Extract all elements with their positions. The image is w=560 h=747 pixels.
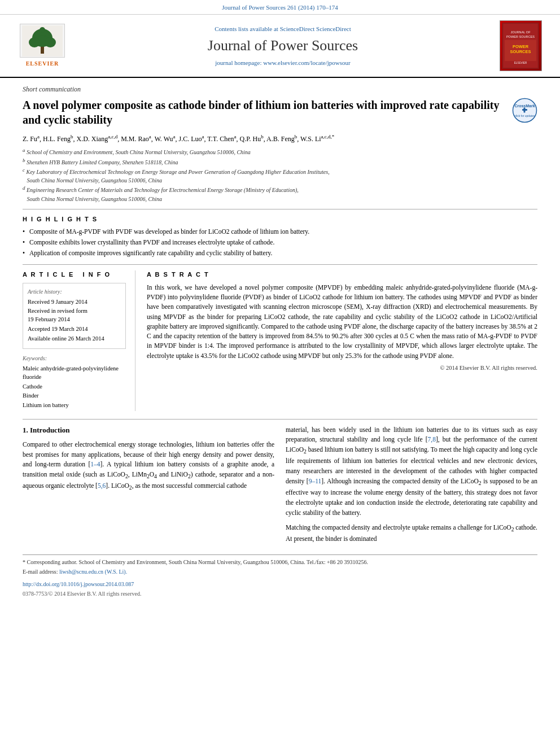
- divider-1: [23, 209, 537, 209]
- main-content: Short communication A novel polymer comp…: [0, 78, 560, 604]
- journal-cover-image: JOURNAL OF POWER SOURCES POWER SOURCES E…: [492, 20, 549, 71]
- intro-right-col: material, has been widely used in the li…: [286, 425, 537, 549]
- abstract-column: A B S T R A C T In this work, we have de…: [147, 270, 537, 410]
- intro-left-col: 1. Introduction Compared to other electr…: [23, 425, 274, 549]
- doi-link[interactable]: http://dx.doi.org/10.1016/j.jpowsour.201…: [23, 580, 537, 588]
- article-type: Short communication: [23, 85, 537, 94]
- highlight-3: Application of composite improves signif…: [23, 248, 537, 257]
- affiliation-a: a School of Chemistry and Environment, S…: [23, 147, 537, 156]
- svg-text:POWER SOURCES: POWER SOURCES: [506, 35, 535, 38]
- received-date: Received 9 January 2014: [28, 298, 121, 307]
- footnote-email: E-mail address: liwsh@scnu.edu.cn (W.S. …: [23, 568, 537, 576]
- elsevier-logo-section: ELSEVIER: [11, 24, 73, 68]
- svg-rect-17: [524, 108, 526, 113]
- divider-2: [23, 264, 537, 265]
- journal-reference: Journal of Power Sources 261 (2014) 170–…: [222, 4, 338, 11]
- svg-text:JOURNAL OF: JOURNAL OF: [510, 30, 531, 34]
- abstract-label: A B S T R A C T: [147, 270, 537, 279]
- affiliation-b: b Shenzhen HYB Battery Limited Company, …: [23, 157, 537, 167]
- revised-date: Received in revised form19 February 2014: [28, 307, 121, 324]
- info-abstract-section: A R T I C L E I N F O Article history: R…: [23, 270, 537, 410]
- svg-point-5: [40, 27, 45, 33]
- keyword-1: Maleic anhydride-grated-polyvinylidene f…: [23, 365, 126, 381]
- footnote-corresponding: * Corresponding author. School of Chemis…: [23, 558, 537, 566]
- article-title: A novel polymer composite as cathode bin…: [23, 98, 506, 127]
- svg-text:ELSEVIER: ELSEVIER: [514, 62, 527, 64]
- footnote-section: * Corresponding author. School of Chemis…: [23, 554, 537, 598]
- article-title-section: A novel polymer composite as cathode bin…: [23, 98, 537, 127]
- sciencedirect-brand[interactable]: ScienceDirect: [316, 25, 351, 32]
- article-history-box: Article history: Received 9 January 2014…: [23, 283, 126, 349]
- homepage-url[interactable]: www.elsevier.com/locate/jpowsour: [263, 59, 350, 66]
- abstract-copyright: © 2014 Elsevier B.V. All rights reserved…: [147, 364, 537, 373]
- affiliation-c: c Key Laboratory of Electrochemical Tech…: [23, 167, 537, 185]
- crossmark-badge[interactable]: CrossMark click for updates: [512, 98, 537, 123]
- keyword-4: Lithium ion battery: [23, 401, 126, 410]
- svg-text:SOURCES: SOURCES: [510, 49, 531, 54]
- abstract-text: In this work, we have developed a novel …: [147, 283, 537, 361]
- highlight-2: Composite exhibits lower crystallinity t…: [23, 238, 537, 247]
- email-link[interactable]: liwsh@scnu.edu.cn (W.S. Li).: [59, 569, 127, 575]
- intro-heading: 1. Introduction: [23, 425, 274, 435]
- elsevier-label: ELSEVIER: [26, 60, 59, 68]
- intro-para-2: material, has been widely used in the li…: [286, 425, 537, 518]
- svg-text:CrossMark: CrossMark: [514, 104, 535, 108]
- article-info-column: A R T I C L E I N F O Article history: R…: [23, 270, 135, 410]
- highlights-section: H I G H L I G H T S Composite of MA-g-PV…: [23, 215, 537, 258]
- introduction-section: 1. Introduction Compared to other electr…: [23, 425, 537, 549]
- affiliation-d: d Engineering Research Center of Materia…: [23, 185, 537, 203]
- article-info-label: A R T I C L E I N F O: [23, 270, 126, 279]
- keyword-3: Binder: [23, 392, 126, 400]
- svg-point-4: [45, 37, 56, 47]
- intro-para-1: Compared to other electrochemical energy…: [23, 440, 274, 493]
- authors-line: Z. Fua, H.L. Fengb, X.D. Xianga,c,d, M.M…: [23, 133, 537, 145]
- journal-main-title: Journal of Power Sources: [73, 36, 492, 56]
- sciencedirect-link[interactable]: Contents lists available at ScienceDirec…: [73, 25, 492, 33]
- journal-topbar: Journal of Power Sources 261 (2014) 170–…: [0, 0, 560, 15]
- highlights-label: H I G H L I G H T S: [23, 215, 537, 224]
- journal-header: ELSEVIER Contents lists available at Sci…: [0, 15, 560, 78]
- highlight-1: Composite of MA-g-PVDF with PVDF was dev…: [23, 227, 537, 236]
- online-date: Available online 26 March 2014: [28, 335, 121, 343]
- journal-cover: JOURNAL OF POWER SOURCES POWER SOURCES E…: [500, 20, 542, 71]
- journal-homepage: journal homepage: www.elsevier.com/locat…: [73, 59, 492, 67]
- keyword-2: Cathode: [23, 383, 126, 391]
- keywords-label: Keywords:: [23, 355, 126, 362]
- affiliations: a School of Chemistry and Environment, S…: [23, 147, 537, 203]
- intro-para-3: Matching the compacted density and elect…: [286, 523, 537, 544]
- divider-3: [23, 419, 537, 420]
- accepted-date: Accepted 19 March 2014: [28, 325, 121, 334]
- svg-point-3: [29, 37, 40, 47]
- elsevier-tree-image: [20, 24, 65, 58]
- issn-copyright: 0378-7753/© 2014 Elsevier B.V. All right…: [23, 590, 537, 598]
- svg-text:POWER: POWER: [513, 44, 529, 49]
- history-label: Article history:: [28, 288, 121, 296]
- keywords-box: Keywords: Maleic anhydride-grated-polyvi…: [23, 355, 126, 409]
- svg-text:click for updates: click for updates: [514, 114, 535, 117]
- journal-title-section: Contents lists available at ScienceDirec…: [73, 25, 492, 67]
